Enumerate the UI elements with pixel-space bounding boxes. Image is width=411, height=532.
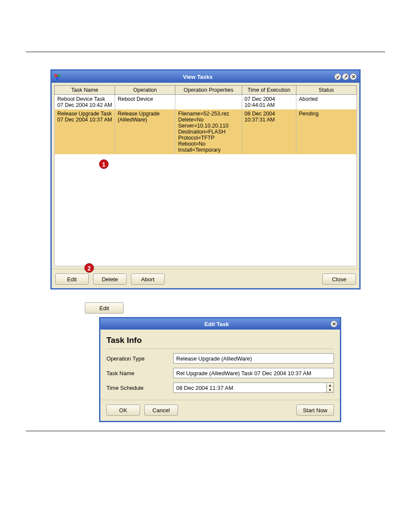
operation-type-field: Release Upgrade (AlliedWare)	[173, 353, 334, 364]
cell-props	[175, 95, 242, 110]
cell-time: 07 Dec 2004 10:44:01 AM	[242, 95, 296, 110]
cell-time: 08 Dec 2004 10:37:31 AM	[242, 109, 296, 154]
iconify-icon[interactable]: ↙	[334, 73, 341, 80]
edit-task-dialog: Edit Task ✕ Task Info Operation Type Rel…	[99, 317, 341, 422]
bottom-rule	[26, 431, 385, 431]
col-time[interactable]: Time of Execution	[242, 86, 296, 95]
col-props[interactable]: Operation Properties	[175, 86, 242, 95]
edit-task-button-row: OK Cancel Start Now	[100, 400, 340, 421]
spinner-down-icon[interactable]: ▼	[327, 388, 333, 392]
task-name-input[interactable]	[173, 368, 334, 378]
edit-button-standalone[interactable]: Edit	[85, 302, 124, 314]
time-schedule-label: Time Schedule	[106, 385, 173, 391]
callout-2-badge: 2	[84, 263, 94, 273]
cell-operation: Reboot Device	[115, 95, 175, 110]
view-tasks-titlebar[interactable]: View Tasks ↙ ↗ ✕	[52, 71, 359, 83]
maximize-icon[interactable]: ↗	[342, 73, 349, 80]
cancel-button[interactable]: Cancel	[144, 404, 178, 416]
close-button[interactable]: Close	[322, 274, 356, 285]
close-icon[interactable]: ✕	[330, 320, 337, 327]
col-operation[interactable]: Operation	[115, 86, 175, 95]
cell-status: Pending	[296, 109, 356, 154]
cell-taskname: Reboot Device Task 07 Dec 2004 10:42 AM	[55, 95, 115, 110]
abort-button[interactable]: Abort	[131, 274, 165, 285]
spinner-up-icon[interactable]: ▲	[327, 383, 333, 388]
ok-button[interactable]: OK	[106, 404, 140, 416]
dialog-title: Edit Task	[103, 321, 330, 327]
edit-button[interactable]: Edit	[55, 274, 89, 285]
tasks-table: Task Name Operation Operation Properties…	[54, 85, 357, 154]
operation-type-label: Operation Type	[106, 355, 173, 362]
time-schedule-input[interactable]	[173, 383, 326, 393]
start-now-button[interactable]: Start Now	[296, 404, 334, 416]
close-icon[interactable]: ✕	[350, 73, 357, 80]
table-row[interactable]: Reboot Device Task 07 Dec 2004 10:42 AM …	[55, 95, 357, 110]
task-info-heading: Task Info	[106, 334, 334, 348]
table-empty-area	[54, 154, 357, 266]
view-tasks-window: View Tasks ↙ ↗ ✕ Task Name Operation Ope…	[50, 69, 361, 289]
col-status[interactable]: Status	[296, 86, 356, 95]
top-rule	[26, 52, 385, 52]
delete-button[interactable]: Delete	[93, 274, 127, 285]
window-title: View Tasks	[61, 74, 334, 80]
col-taskname[interactable]: Task Name	[55, 86, 115, 95]
cell-operation: Release Upgrade (AlliedWare)	[115, 109, 175, 154]
cell-taskname: Release Upgrade Task 07 Dec 2004 10:37 A…	[55, 109, 115, 154]
edit-task-titlebar[interactable]: Edit Task ✕	[100, 318, 340, 330]
table-row[interactable]: Release Upgrade Task 07 Dec 2004 10:37 A…	[55, 109, 357, 154]
app-icon	[54, 73, 61, 80]
time-schedule-spinner[interactable]: ▲ ▼	[173, 383, 334, 393]
task-name-label: Task Name	[106, 370, 173, 376]
view-tasks-button-row: Edit Delete Abort Close	[52, 269, 359, 288]
cell-status: Aborted	[296, 95, 356, 110]
cell-props: Filename=52-253.rez Delete=No Server=10.…	[175, 109, 242, 154]
callout-1-badge: 1	[99, 159, 109, 169]
